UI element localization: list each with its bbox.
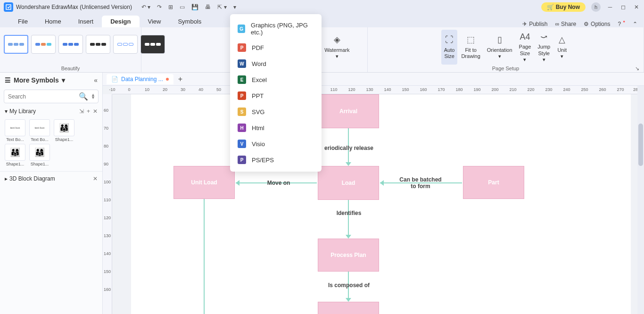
- edge-label: Is composed of: [328, 282, 370, 289]
- file-type-icon: E: [238, 75, 246, 84]
- new-icon[interactable]: ⊞: [168, 4, 173, 10]
- style-thumb-3[interactable]: [58, 35, 83, 54]
- list-icon: ☰: [5, 76, 11, 84]
- lib-export-icon[interactable]: ⇲: [79, 108, 84, 115]
- search-nav-icon[interactable]: ▲▼: [91, 94, 95, 99]
- ruler-vertical: 60708090100110120130140150160: [103, 94, 112, 314]
- export-item[interactable]: WWord: [230, 56, 322, 72]
- file-type-icon: W: [238, 59, 246, 68]
- collapse-panel-icon[interactable]: «: [94, 76, 98, 84]
- export-item[interactable]: PPS/EPS: [230, 152, 322, 168]
- watermark-button[interactable]: ◈Watermark ▾: [322, 30, 352, 65]
- fit-drawing-button[interactable]: ⬚Fit to Drawing: [458, 30, 483, 65]
- add-tab-button[interactable]: +: [178, 75, 182, 83]
- lib-item[interactable]: text boxText Bo...: [28, 119, 51, 142]
- unsaved-dot-icon: [166, 78, 169, 81]
- arrowhead-icon: [346, 298, 351, 302]
- scrollbar-vertical[interactable]: [637, 86, 644, 314]
- close-icon[interactable]: ✕: [633, 4, 640, 10]
- file-type-icon: G: [238, 25, 245, 33]
- group-pagesetup-label: Page Setup ↘: [492, 66, 520, 71]
- lib-item[interactable]: 👨‍👩‍👧Shape1...: [53, 119, 75, 142]
- search-input[interactable]: [8, 93, 79, 100]
- lib-add-icon[interactable]: +: [87, 108, 90, 115]
- user-avatar[interactable]: h: [591, 2, 601, 12]
- edge-label: Can be batched to form: [399, 176, 441, 190]
- options-button[interactable]: ⚙ Options: [584, 21, 610, 27]
- undo-icon[interactable]: ↶ ▾: [141, 4, 150, 10]
- print-icon[interactable]: 🖶: [205, 4, 211, 10]
- quick-access-toolbar: ↶ ▾ ↷ ⊞ ▭ 💾 🖶 ⇱ ▾ ▾: [141, 4, 236, 10]
- scroll-thumb[interactable]: [638, 124, 643, 166]
- section-close-icon[interactable]: ✕: [93, 175, 98, 182]
- pagesize-icon: A4: [520, 32, 530, 42]
- orientation-icon: ▯: [495, 35, 505, 45]
- jump-style-button[interactable]: ⤻Jump Style ▾: [535, 30, 553, 65]
- export-item[interactable]: EExcel: [230, 72, 322, 88]
- style-thumb-1[interactable]: [4, 35, 28, 54]
- lib-close-icon[interactable]: ✕: [93, 108, 98, 115]
- file-type-icon: V: [238, 140, 246, 148]
- export-item[interactable]: PPPT: [230, 88, 322, 104]
- more-symbols-header[interactable]: ☰ More Symbols▾ «: [0, 73, 102, 88]
- app-title: Wondershare EdrawMax (Unlicensed Version…: [16, 4, 132, 10]
- symbol-search[interactable]: 🔍 ▲▼: [4, 90, 99, 103]
- file-type-icon: P: [238, 156, 246, 164]
- save-icon[interactable]: 💾: [191, 4, 198, 10]
- page[interactable]: Arrival Unit Load Load Part Process Plan…: [131, 94, 631, 314]
- orientation-button[interactable]: ▯Orientation ▾: [484, 30, 515, 65]
- edge: [204, 199, 205, 314]
- node-process-plan[interactable]: Process Plan: [318, 239, 379, 272]
- canvas[interactable]: -100102030405011012013014015016017018019…: [103, 86, 637, 314]
- help-button[interactable]: ?●: [618, 21, 625, 27]
- node-unit-load[interactable]: Unit Load: [173, 166, 235, 199]
- buy-now-button[interactable]: 🛒 Buy Now: [541, 2, 586, 12]
- edge-label: Identifies: [337, 210, 362, 216]
- unit-button[interactable]: △Unit ▾: [554, 30, 570, 65]
- arrowhead-icon: [236, 180, 239, 186]
- export-item[interactable]: VVisio: [230, 136, 322, 152]
- node-bottom[interactable]: [318, 302, 379, 314]
- lib-item[interactable]: 👨‍👩‍👧Shape1...: [4, 144, 26, 166]
- my-library-section[interactable]: ▾ My Library ⇲+✕: [0, 105, 102, 117]
- open-icon[interactable]: ▭: [180, 4, 185, 10]
- page-size-button[interactable]: A4Page Size ▾: [516, 30, 534, 65]
- style-thumb-5[interactable]: [113, 35, 138, 54]
- export-item[interactable]: GGraphics (PNG, JPG etc.): [230, 18, 322, 40]
- redo-icon[interactable]: ↷: [157, 4, 162, 10]
- style-thumb-4[interactable]: [86, 35, 110, 54]
- file-type-icon: H: [238, 124, 246, 132]
- lib-item[interactable]: 👨‍👩‍👧Shape1...: [28, 144, 51, 166]
- document-tab[interactable]: 📄 Data Planning ...: [107, 74, 173, 84]
- node-part[interactable]: Part: [463, 166, 524, 199]
- export-menu: GGraphics (PNG, JPG etc.)PPDFWWordEExcel…: [230, 14, 322, 172]
- doc-icon: 📄: [111, 76, 118, 83]
- style-thumb-2[interactable]: [31, 35, 56, 54]
- auto-size-button[interactable]: ⛶Auto Size: [441, 30, 458, 65]
- group-beautify-label: Beautify: [61, 66, 80, 71]
- ruler-horizontal: -100102030405011012013014015016017018019…: [112, 86, 637, 94]
- file-type-icon: S: [238, 107, 246, 116]
- menu-symbols[interactable]: Symbols: [169, 16, 210, 27]
- export-item[interactable]: SSVG: [230, 104, 322, 120]
- more-qat-icon[interactable]: ▾: [233, 4, 236, 10]
- edge: [348, 200, 349, 238]
- maximize-icon[interactable]: ◻: [619, 4, 627, 10]
- export-item[interactable]: HHtml: [230, 120, 322, 136]
- title-bar: Wondershare EdrawMax (Unlicensed Version…: [0, 0, 644, 14]
- node-arrival[interactable]: Arrival: [318, 94, 379, 128]
- edge-label: eriodically release: [324, 145, 373, 151]
- fit-icon: ⬚: [466, 35, 476, 45]
- search-icon[interactable]: 🔍: [79, 92, 88, 101]
- collapse-ribbon-icon[interactable]: ⌃: [633, 21, 637, 27]
- minimize-icon[interactable]: ─: [606, 4, 614, 10]
- publish-button[interactable]: ✈ Publish: [522, 21, 547, 27]
- export-icon[interactable]: ⇱ ▾: [217, 4, 226, 10]
- lib-item[interactable]: text boxText Bo...: [4, 119, 26, 142]
- edge-label: Move on: [267, 180, 290, 186]
- jump-icon: ⤻: [539, 32, 549, 42]
- share-button[interactable]: ∞ Share: [555, 21, 577, 27]
- export-item[interactable]: PPDF: [230, 40, 322, 56]
- node-load[interactable]: Load: [318, 166, 379, 200]
- 3d-block-section[interactable]: ▸ 3D Block Diagram ✕: [0, 171, 102, 185]
